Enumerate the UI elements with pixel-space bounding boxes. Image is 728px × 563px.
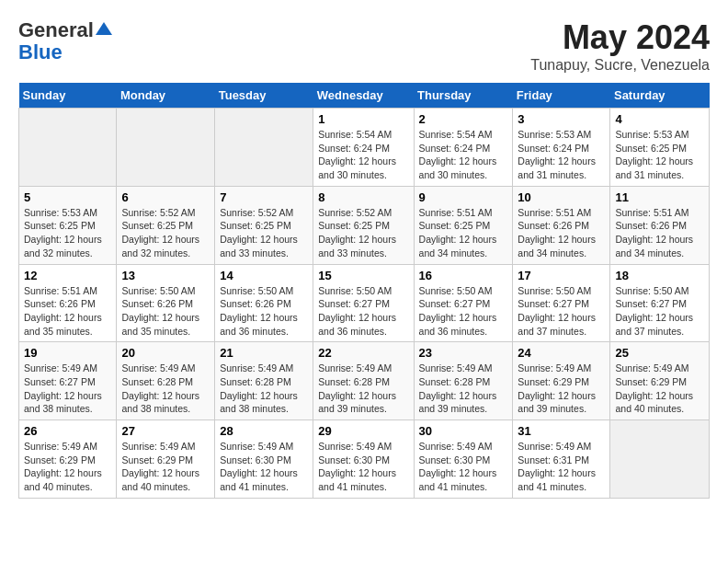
day-number: 11 (615, 190, 704, 204)
calendar-cell: 26Sunrise: 5:49 AM Sunset: 6:29 PM Dayli… (19, 420, 117, 499)
day-number: 17 (518, 269, 605, 282)
day-info: Sunrise: 5:49 AM Sunset: 6:31 PM Dayligh… (518, 440, 605, 494)
day-info: Sunrise: 5:50 AM Sunset: 6:27 PM Dayligh… (318, 284, 408, 339)
calendar-cell: 24Sunrise: 5:49 AM Sunset: 6:29 PM Dayli… (513, 342, 610, 420)
calendar-cell: 17Sunrise: 5:50 AM Sunset: 6:27 PM Dayli… (513, 264, 610, 342)
day-number: 7 (220, 190, 308, 204)
calendar-cell: 31Sunrise: 5:49 AM Sunset: 6:31 PM Dayli… (513, 420, 610, 499)
calendar-cell: 14Sunrise: 5:50 AM Sunset: 6:26 PM Dayli… (215, 264, 313, 342)
day-info: Sunrise: 5:52 AM Sunset: 6:25 PM Dayligh… (318, 206, 408, 260)
day-info: Sunrise: 5:49 AM Sunset: 6:29 PM Dayligh… (24, 440, 111, 494)
calendar-cell: 6Sunrise: 5:52 AM Sunset: 6:25 PM Daylig… (117, 186, 215, 264)
day-number: 30 (419, 424, 508, 438)
day-info: Sunrise: 5:49 AM Sunset: 6:28 PM Dayligh… (318, 362, 408, 416)
day-number: 15 (318, 269, 408, 282)
day-header-sunday: Sunday (19, 83, 117, 109)
day-header-wednesday: Wednesday (313, 83, 414, 109)
logo-blue: Blue (18, 40, 63, 63)
calendar-cell (19, 109, 117, 187)
day-number: 18 (615, 269, 704, 282)
calendar-cell: 28Sunrise: 5:49 AM Sunset: 6:30 PM Dayli… (215, 420, 313, 499)
week-row-3: 12Sunrise: 5:51 AM Sunset: 6:26 PM Dayli… (19, 264, 710, 342)
svg-marker-0 (96, 22, 112, 35)
calendar-cell: 8Sunrise: 5:52 AM Sunset: 6:25 PM Daylig… (313, 186, 414, 264)
header-row: SundayMondayTuesdayWednesdayThursdayFrid… (19, 83, 710, 109)
day-header-saturday: Saturday (610, 83, 710, 109)
day-header-friday: Friday (513, 83, 610, 109)
page-title: May 2024 (530, 18, 710, 57)
day-number: 31 (518, 424, 605, 438)
calendar-cell: 22Sunrise: 5:49 AM Sunset: 6:28 PM Dayli… (313, 342, 414, 420)
day-info: Sunrise: 5:51 AM Sunset: 6:26 PM Dayligh… (615, 206, 704, 260)
day-number: 22 (318, 346, 408, 360)
day-info: Sunrise: 5:53 AM Sunset: 6:25 PM Dayligh… (24, 206, 111, 260)
week-row-5: 26Sunrise: 5:49 AM Sunset: 6:29 PM Dayli… (19, 420, 710, 499)
day-info: Sunrise: 5:54 AM Sunset: 6:24 PM Dayligh… (419, 128, 508, 182)
day-info: Sunrise: 5:51 AM Sunset: 6:25 PM Dayligh… (419, 206, 508, 260)
day-number: 16 (419, 269, 508, 282)
day-info: Sunrise: 5:49 AM Sunset: 6:29 PM Dayligh… (121, 440, 210, 494)
day-number: 12 (24, 269, 111, 282)
calendar-cell (610, 420, 710, 499)
calendar-cell: 21Sunrise: 5:49 AM Sunset: 6:28 PM Dayli… (215, 342, 313, 420)
calendar-cell: 7Sunrise: 5:52 AM Sunset: 6:25 PM Daylig… (215, 186, 313, 264)
calendar-cell: 15Sunrise: 5:50 AM Sunset: 6:27 PM Dayli… (313, 264, 414, 342)
logo-general: General (18, 18, 94, 42)
calendar-cell: 5Sunrise: 5:53 AM Sunset: 6:25 PM Daylig… (19, 186, 117, 264)
day-info: Sunrise: 5:53 AM Sunset: 6:24 PM Dayligh… (518, 128, 605, 182)
day-info: Sunrise: 5:49 AM Sunset: 6:28 PM Dayligh… (121, 362, 210, 416)
calendar-cell: 10Sunrise: 5:51 AM Sunset: 6:26 PM Dayli… (513, 186, 610, 264)
day-info: Sunrise: 5:49 AM Sunset: 6:28 PM Dayligh… (419, 362, 508, 416)
day-number: 24 (518, 346, 605, 360)
calendar-cell: 30Sunrise: 5:49 AM Sunset: 6:30 PM Dayli… (414, 420, 513, 499)
day-info: Sunrise: 5:49 AM Sunset: 6:30 PM Dayligh… (220, 440, 308, 494)
day-number: 21 (220, 346, 308, 360)
calendar-cell: 2Sunrise: 5:54 AM Sunset: 6:24 PM Daylig… (414, 109, 513, 187)
calendar-cell: 20Sunrise: 5:49 AM Sunset: 6:28 PM Dayli… (117, 342, 215, 420)
week-row-1: 1Sunrise: 5:54 AM Sunset: 6:24 PM Daylig… (19, 109, 710, 187)
day-info: Sunrise: 5:52 AM Sunset: 6:25 PM Dayligh… (220, 206, 308, 260)
day-number: 13 (121, 269, 210, 282)
day-number: 10 (518, 190, 605, 204)
calendar-cell: 16Sunrise: 5:50 AM Sunset: 6:27 PM Dayli… (414, 264, 513, 342)
calendar-cell: 13Sunrise: 5:50 AM Sunset: 6:26 PM Dayli… (117, 264, 215, 342)
day-number: 25 (615, 346, 704, 360)
day-number: 9 (419, 190, 508, 204)
calendar-cell (215, 109, 313, 187)
calendar-cell: 11Sunrise: 5:51 AM Sunset: 6:26 PM Dayli… (610, 186, 710, 264)
calendar-cell: 18Sunrise: 5:50 AM Sunset: 6:27 PM Dayli… (610, 264, 710, 342)
day-info: Sunrise: 5:50 AM Sunset: 6:27 PM Dayligh… (518, 284, 605, 339)
calendar-cell: 12Sunrise: 5:51 AM Sunset: 6:26 PM Dayli… (19, 264, 117, 342)
calendar-cell: 23Sunrise: 5:49 AM Sunset: 6:28 PM Dayli… (414, 342, 513, 420)
day-number: 5 (24, 190, 111, 204)
day-info: Sunrise: 5:50 AM Sunset: 6:26 PM Dayligh… (121, 284, 210, 339)
calendar-cell: 19Sunrise: 5:49 AM Sunset: 6:27 PM Dayli… (19, 342, 117, 420)
day-info: Sunrise: 5:49 AM Sunset: 6:27 PM Dayligh… (24, 362, 111, 416)
calendar-cell (117, 109, 215, 187)
day-info: Sunrise: 5:54 AM Sunset: 6:24 PM Dayligh… (318, 128, 408, 182)
day-number: 27 (121, 424, 210, 438)
day-info: Sunrise: 5:50 AM Sunset: 6:27 PM Dayligh… (615, 284, 704, 339)
week-row-2: 5Sunrise: 5:53 AM Sunset: 6:25 PM Daylig… (19, 186, 710, 264)
calendar-cell: 3Sunrise: 5:53 AM Sunset: 6:24 PM Daylig… (513, 109, 610, 187)
day-number: 2 (419, 112, 508, 126)
logo: General Blue (18, 18, 112, 64)
title-area: May 2024 Tunapuy, Sucre, Venezuela (530, 18, 710, 74)
day-number: 19 (24, 346, 111, 360)
calendar-cell: 27Sunrise: 5:49 AM Sunset: 6:29 PM Dayli… (117, 420, 215, 499)
calendar-cell: 29Sunrise: 5:49 AM Sunset: 6:30 PM Dayli… (313, 420, 414, 499)
day-number: 26 (24, 424, 111, 438)
day-info: Sunrise: 5:53 AM Sunset: 6:25 PM Dayligh… (615, 128, 704, 182)
day-info: Sunrise: 5:51 AM Sunset: 6:26 PM Dayligh… (518, 206, 605, 260)
day-info: Sunrise: 5:49 AM Sunset: 6:29 PM Dayligh… (615, 362, 704, 416)
week-row-4: 19Sunrise: 5:49 AM Sunset: 6:27 PM Dayli… (19, 342, 710, 420)
day-info: Sunrise: 5:50 AM Sunset: 6:26 PM Dayligh… (220, 284, 308, 339)
day-number: 29 (318, 424, 408, 438)
page-header: General Blue May 2024 Tunapuy, Sucre, Ve… (18, 18, 710, 74)
day-info: Sunrise: 5:50 AM Sunset: 6:27 PM Dayligh… (419, 284, 508, 339)
day-info: Sunrise: 5:52 AM Sunset: 6:25 PM Dayligh… (121, 206, 210, 260)
calendar-cell: 25Sunrise: 5:49 AM Sunset: 6:29 PM Dayli… (610, 342, 710, 420)
day-number: 6 (121, 190, 210, 204)
day-info: Sunrise: 5:51 AM Sunset: 6:26 PM Dayligh… (24, 284, 111, 339)
day-number: 1 (318, 112, 408, 126)
